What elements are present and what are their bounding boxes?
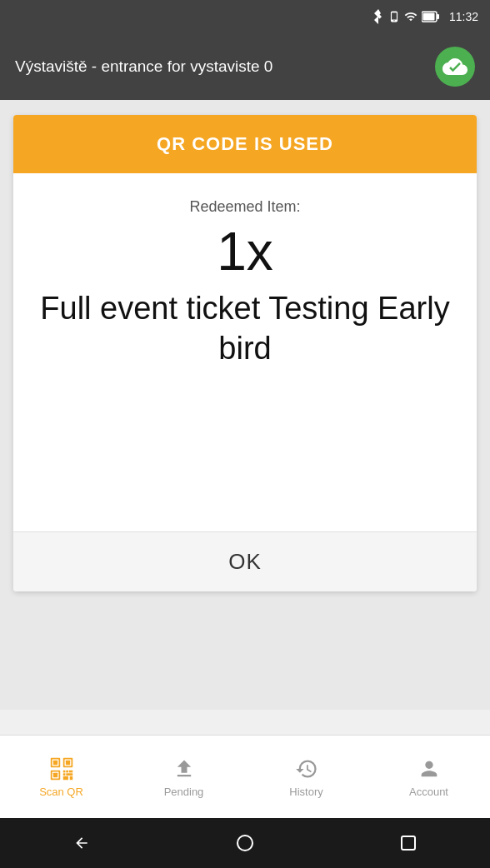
back-button[interactable]: [69, 831, 94, 856]
svg-rect-20: [402, 836, 415, 850]
history-clock-icon: [295, 757, 318, 781]
upload-icon: [172, 757, 196, 781]
nav-history-label: History: [289, 786, 322, 798]
app-header: Výstaviště - entrance for vystaviste 0: [0, 33, 490, 100]
bluetooth-icon: [372, 9, 384, 24]
qr-status-text: QR CODE IS USED: [157, 133, 333, 154]
recents-button[interactable]: [396, 831, 421, 856]
result-card: QR CODE IS USED Redeemed Item: 1x Full e…: [13, 115, 477, 591]
main-content: QR CODE IS USED Redeemed Item: 1x Full e…: [0, 100, 490, 710]
quantity-text: 1x: [217, 222, 273, 281]
account-icon: [417, 756, 442, 781]
qr-code-icon: [49, 755, 74, 783]
home-circle-icon: [236, 834, 254, 852]
person-icon: [418, 757, 441, 781]
status-bar: 11:32: [0, 0, 490, 33]
system-nav-bar: [0, 818, 490, 868]
bottom-nav: Scan QR Pending History Account: [0, 735, 490, 818]
history-icon: [294, 756, 319, 781]
card-body: Redeemed Item: 1x Full event ticket Test…: [13, 173, 477, 531]
svg-rect-16: [66, 773, 72, 776]
svg-rect-17: [62, 776, 68, 779]
scan-qr-icon: [49, 756, 74, 781]
redeemed-label: Redeemed Item:: [189, 198, 300, 216]
page-title: Výstaviště - entrance for vystaviste 0: [15, 57, 435, 77]
back-icon: [73, 835, 90, 851]
nav-pending-label: Pending: [164, 786, 204, 798]
svg-rect-11: [52, 772, 57, 776]
home-button[interactable]: [232, 831, 258, 856]
card-header: QR CODE IS USED: [13, 115, 477, 173]
svg-rect-13: [66, 770, 68, 772]
nav-scan-qr-label: Scan QR: [39, 786, 83, 798]
svg-rect-1: [422, 13, 434, 21]
svg-point-19: [238, 836, 252, 851]
nav-history[interactable]: History: [245, 748, 368, 806]
vibrate-icon: [388, 9, 400, 24]
svg-rect-14: [68, 770, 72, 772]
svg-rect-15: [62, 773, 65, 776]
svg-rect-18: [69, 776, 72, 779]
nav-account[interactable]: Account: [368, 748, 490, 806]
svg-rect-2: [437, 14, 439, 19]
ok-button[interactable]: OK: [13, 532, 477, 591]
status-time: 11:32: [449, 10, 478, 23]
signal-icon: [404, 10, 418, 23]
cloud-done-icon: [442, 54, 468, 79]
ticket-name-text: Full event ticket Testing Early bird: [30, 289, 460, 368]
pending-icon: [172, 756, 197, 781]
battery-icon: [422, 11, 440, 22]
recents-square-icon: [401, 836, 416, 851]
svg-rect-5: [52, 760, 57, 764]
svg-rect-12: [62, 770, 65, 772]
card-footer: OK: [13, 531, 477, 591]
status-icons: 11:32: [372, 9, 478, 24]
nav-account-label: Account: [409, 786, 448, 798]
sync-status-icon: [435, 47, 475, 87]
nav-scan-qr[interactable]: Scan QR: [0, 748, 122, 806]
svg-rect-8: [65, 760, 69, 764]
nav-pending[interactable]: Pending: [122, 748, 245, 806]
